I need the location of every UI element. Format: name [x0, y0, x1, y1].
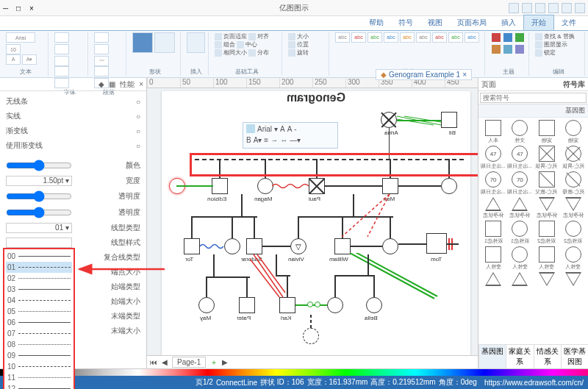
shape-item[interactable]: 死亡-教父 — [534, 171, 559, 196]
btn[interactable] — [94, 32, 109, 43]
tool-item[interactable]: 组合 — [215, 40, 235, 49]
ribbon-tab-help[interactable]: 帮助 — [362, 15, 391, 30]
theme-color-swatch[interactable] — [492, 33, 501, 42]
shape-item[interactable] — [561, 272, 586, 287]
shape-item[interactable]: 宠物 — [561, 120, 586, 144]
shape-item[interactable]: 死亡-教母 — [561, 171, 586, 196]
radio-icon[interactable]: ○ — [136, 98, 140, 106]
tool-item[interactable]: 页面适应 — [215, 32, 247, 40]
radio-icon[interactable]: ○ — [136, 113, 140, 121]
add-page-icon[interactable]: ＋ — [210, 357, 218, 368]
color-palette-strip[interactable] — [0, 368, 588, 376]
node-may[interactable] — [198, 297, 215, 313]
ribbon-tab-layout[interactable]: 页面布局 — [450, 15, 494, 30]
ribbon-tab-file[interactable]: 文件 — [554, 15, 584, 30]
ribbon-tab-home[interactable]: 开始 — [523, 15, 554, 30]
radio-icon[interactable]: ○ — [136, 142, 140, 150]
node-karl[interactable] — [279, 297, 295, 313]
font-color-button[interactable]: A▾ — [22, 54, 37, 65]
tool-item[interactable]: 分布 — [248, 49, 269, 57]
bold-button[interactable]: A — [6, 54, 21, 65]
gen1-connector[interactable] — [195, 159, 467, 160]
shape-item[interactable]: 怀孕状态 — [561, 197, 586, 219]
shape-category-tab[interactable]: 家庭关系 — [506, 345, 533, 368]
style-preset[interactable]: abc — [400, 32, 415, 43]
pointer-tool-icon[interactable] — [132, 32, 153, 53]
dash-option-01[interactable]: 01 — [6, 262, 72, 273]
shape-item[interactable]: 70出生日期... — [507, 171, 532, 196]
theme-color-swatch[interactable] — [503, 45, 512, 54]
tool-item[interactable]: 旋转 — [288, 49, 309, 57]
maximize-icon[interactable]: □ — [16, 4, 24, 12]
shape-item[interactable]: 死亡-男孩 — [561, 146, 586, 170]
insert-button[interactable] — [187, 32, 205, 53]
theme-color-swatch[interactable] — [515, 33, 524, 42]
style-preset[interactable]: abc — [384, 32, 398, 43]
minimize-icon[interactable]: ─ — [3, 4, 10, 12]
dash-option-09[interactable]: 09 — [6, 350, 72, 361]
dash-option-03[interactable]: 03 — [6, 284, 72, 295]
shape-item[interactable]: 双性恋1 — [507, 221, 532, 245]
dash-style-dropdown[interactable]: 00010203040506070809101112 — [3, 248, 75, 389]
style-preset[interactable]: abc — [351, 32, 366, 43]
btn[interactable] — [54, 66, 69, 76]
panel-tab[interactable]: ◆ — [98, 80, 104, 88]
prop-dropdown[interactable] — [6, 238, 72, 248]
panel-tab[interactable]: ▦ — [109, 80, 115, 88]
dash-option-10[interactable]: 10 — [6, 361, 72, 372]
prop-slider[interactable] — [6, 160, 72, 171]
shape-item[interactable]: 变性人 — [534, 246, 559, 271]
shape-item[interactable]: 70出生日期... — [481, 171, 506, 196]
node-vivian[interactable]: ▽ — [290, 238, 306, 254]
shape-item[interactable]: 怀孕状态 — [507, 197, 532, 219]
node-sadorar[interactable] — [246, 238, 262, 254]
node-pregnancy[interactable] — [303, 328, 319, 344]
tool-item[interactable]: 对齐 — [248, 32, 269, 40]
btn[interactable] — [94, 66, 109, 76]
lock-button[interactable]: 锁定 — [535, 49, 581, 57]
ribbon-tab-view[interactable]: 视图 — [420, 15, 450, 30]
layers-button[interactable]: 图层显示 — [535, 40, 581, 49]
node-gen1f[interactable] — [441, 178, 457, 194]
shape-search-input[interactable] — [480, 93, 587, 103]
shape-item[interactable]: 变性人 — [561, 246, 586, 271]
theme-color-swatch[interactable] — [492, 45, 501, 54]
ribbon-tab-symbol[interactable]: 符号 — [391, 15, 420, 30]
ribbon-tab-insert[interactable]: 插入 — [494, 15, 523, 30]
nav-prev-icon[interactable]: ◀ — [162, 358, 168, 366]
qat-item[interactable] — [509, 3, 519, 13]
qat-item[interactable] — [562, 3, 572, 13]
drawing-page[interactable]: Genogram Arial▾AA- BA▾≡→↔—▾ Bil Arina — [162, 91, 470, 355]
shape-item[interactable]: 双性恋2 — [534, 221, 559, 245]
shape-category-tab[interactable]: 医学基因图 — [561, 345, 588, 368]
window-controls[interactable]: ─ □ × — [3, 4, 37, 12]
node-william[interactable] — [334, 238, 351, 254]
curve-icon[interactable]: 〰 — [94, 56, 109, 66]
qat-item[interactable] — [575, 3, 585, 13]
node-gen2a[interactable] — [224, 238, 240, 254]
shape-item[interactable]: 死亡-男孩 — [534, 146, 559, 170]
font-family-input[interactable] — [6, 32, 35, 43]
shape-item[interactable]: 怀孕状态 — [534, 197, 559, 219]
prop-value[interactable]: 01 ▾ — [6, 223, 72, 233]
qat-item[interactable] — [535, 3, 545, 13]
node-pater[interactable] — [239, 297, 255, 313]
nav-first-icon[interactable]: ⏮ — [150, 358, 157, 366]
canvas-viewport[interactable]: Genogram Arial▾AA- BA▾≡→↔—▾ Bil Arina — [147, 88, 478, 355]
dash-option-04[interactable]: 04 — [6, 295, 72, 306]
style-preset[interactable]: abc — [368, 32, 382, 43]
dash-option-07[interactable]: 07 — [6, 328, 72, 339]
btn[interactable] — [54, 56, 69, 66]
node-bella[interactable] — [366, 297, 382, 313]
prop-value[interactable]: 1.50pt ▾ — [6, 176, 72, 186]
theme-color-swatch[interactable] — [515, 45, 524, 54]
style-preset[interactable]: abc — [416, 32, 431, 43]
qat-item[interactable] — [522, 3, 532, 13]
shape-item[interactable]: 变性人 — [481, 246, 506, 271]
shape-item[interactable]: 怀孕状态 — [481, 197, 506, 219]
style-preset[interactable]: abc — [335, 32, 350, 43]
style-preset[interactable]: abc — [448, 32, 463, 43]
node-bil[interactable] — [441, 112, 457, 128]
dash-option-08[interactable]: 08 — [6, 339, 72, 350]
dash-option-12[interactable]: 12 — [6, 383, 72, 389]
